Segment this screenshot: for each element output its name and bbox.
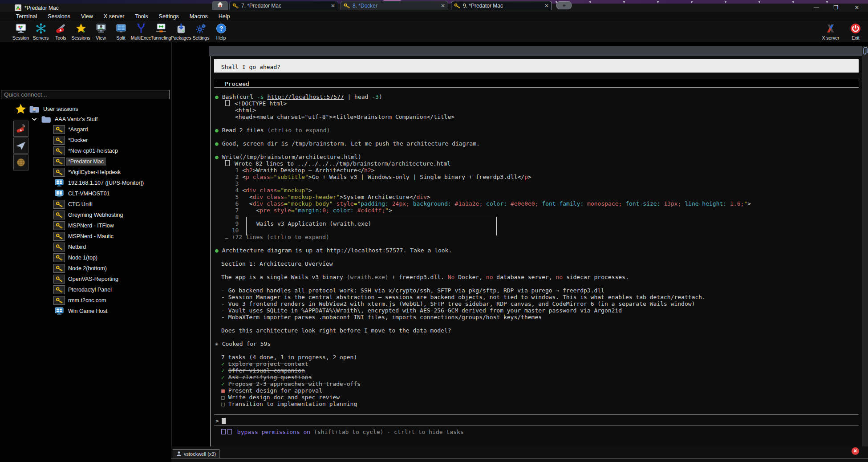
session-item-192-168-1-107-ups-monitor[interactable]: 192.168.1.107 ([UPS-Monitor]) [53, 178, 144, 188]
terminal-left-border [210, 56, 211, 458]
menu-macros[interactable]: Macros [184, 12, 213, 21]
tab-7-predator-mac[interactable]: 7. *Predator Mac✕ [229, 1, 338, 10]
toolbar-label: Help [216, 35, 226, 41]
terminal-line: 7 <pre style="margin:0; color: #c4c4ff;"… [225, 207, 392, 214]
session-item-node-2-bottom[interactable]: Node 2(bottom) [53, 263, 107, 273]
favorites-star-icon[interactable] [14, 103, 27, 115]
session-icon [15, 23, 27, 34]
home-icon [217, 1, 223, 9]
sessions-icon [75, 23, 87, 34]
prompt-divider-bottom [214, 425, 859, 426]
session-item-node-1-top[interactable]: Node 1(top) [53, 253, 97, 263]
terminal-line: 8 [225, 214, 239, 220]
maximize-button[interactable]: ❐ [827, 4, 845, 12]
tab-home[interactable] [212, 1, 228, 10]
minimize-button[interactable]: — [807, 4, 825, 12]
paper-plane-icon[interactable] [13, 138, 28, 154]
toolbar-session-button[interactable]: Session [11, 21, 31, 42]
menu-settings[interactable]: Settings [154, 12, 184, 21]
session-item-mspnerd-itflow[interactable]: MSPNerd - ITFlow [53, 221, 114, 231]
toolbar-x-server-button[interactable]: X server [818, 21, 843, 42]
session-item-pterodactyl-panel[interactable]: Pterodactyl Panel [53, 285, 112, 295]
ssh-key-icon [53, 136, 65, 145]
chevron-down-icon[interactable] [32, 118, 37, 121]
session-item-openvas-reporting[interactable]: OpenVAS-Reporting [53, 274, 118, 284]
settings-icon [195, 23, 207, 34]
toolbar-exit-button[interactable]: Exit [843, 21, 868, 42]
session-item-greyming-webhosting[interactable]: Greyming Webhosting [53, 210, 123, 220]
session-item-mspnerd-mautic[interactable]: MSPNerd - Mautic [53, 231, 114, 241]
session-item-ctg-unifi[interactable]: CTG Unifi [53, 199, 93, 209]
ssh-key-icon [53, 157, 65, 166]
ssh-key-icon [53, 200, 65, 209]
bottom-status-bar [171, 446, 868, 462]
terminal-line: 7 tasks (4 done, 1 in progress, 2 open) [221, 354, 357, 361]
quick-connect-input[interactable] [1, 90, 170, 99]
session-item-asgard[interactable]: *Asgard [53, 125, 88, 134]
tree-folder-aaa-vantz[interactable]: AAA Vantz's Stuff [32, 114, 97, 124]
window-title: *Predator Mac [24, 5, 59, 11]
terminal-line: - Session Manager is the central abstrac… [221, 294, 706, 300]
terminal-line: 6 <div class="mockup-body" style="paddin… [225, 200, 751, 207]
dialog-option-proceed[interactable]: Proceed [214, 79, 859, 88]
dialog-question-bar: Shall I go ahead? [214, 59, 859, 73]
terminal-cursor [222, 418, 226, 424]
tab-close-icon[interactable]: ✕ [541, 3, 549, 9]
menu-view[interactable]: View [76, 12, 98, 21]
session-label: CTG Unifi [68, 201, 93, 207]
ssh-key-icon [232, 3, 239, 8]
toolbar-help-button[interactable]: ?Help [211, 21, 231, 42]
toolbar-tools-button[interactable]: Tools [51, 21, 71, 42]
menu-sessions[interactable]: Sessions [42, 12, 76, 21]
toolbar-label: View [96, 35, 106, 41]
terminal-line: 1 <h2>Wraith Desktop — Architecture</h2> [225, 167, 375, 174]
toolbar-label: Packages [170, 35, 191, 41]
menu-terminal[interactable]: Terminal [11, 12, 42, 21]
terminal-line: - MobaXTerm importer parses .mobaconf IN… [221, 314, 542, 320]
toolbar-packages-button[interactable]: Packages [171, 21, 191, 42]
rdp-monitor-icon [53, 178, 65, 187]
user-session-button[interactable]: vstockwell (x3) [173, 449, 219, 458]
close-button[interactable]: ✕ [848, 4, 866, 12]
terminal-scrollbar[interactable] [862, 46, 868, 458]
session-item-new-cp01-heistacp[interactable]: *New-cp01-heistacp [53, 146, 118, 156]
mobaxterm-window: *Predator Mac — ❐ ✕ TerminalSessionsView… [0, 0, 868, 462]
tab-label: 7. *Predator Mac [241, 3, 281, 9]
session-item-win-game-host[interactable]: Win Game Host [53, 306, 107, 316]
tab-8-docker[interactable]: 8. *Docker✕ [341, 1, 448, 10]
paperclip-icon[interactable] [862, 47, 868, 55]
session-item-predator-mac[interactable]: *Predator Mac [53, 157, 106, 166]
close-terminal-button[interactable]: ✕ [852, 447, 859, 455]
session-item-docker[interactable]: *Docker [53, 135, 88, 145]
tree-root-user-sessions[interactable]: User sessions [29, 104, 78, 114]
toolbar-view-button[interactable]: View [91, 21, 111, 42]
terminal-line: ✳ Cooked for 59s [215, 340, 271, 347]
toolbar-left-group: SessionServersToolsSessionsViewSplitMult… [11, 21, 231, 42]
tools-knife-icon[interactable] [13, 121, 28, 137]
toolbar-sessions-button[interactable]: Sessions [71, 21, 91, 42]
menu-help[interactable]: Help [213, 12, 235, 21]
toolbar-multiexec-button[interactable]: MultiExec [131, 21, 151, 42]
session-item-netbird[interactable]: Netbird [53, 242, 86, 252]
tab-close-icon[interactable]: ✕ [437, 3, 445, 9]
view-icon [95, 23, 107, 34]
menu-bar: TerminalSessionsViewX serverToolsSetting… [0, 12, 868, 21]
terminal-line: ● Write(/tmp/brainstorm/architecture.htm… [215, 154, 361, 160]
toolbar-servers-button[interactable]: Servers [31, 21, 51, 42]
ssh-key-icon [53, 221, 65, 230]
session-item-clt-vmhost01[interactable]: CLT-VMHOST01 [53, 189, 110, 199]
tab-9-predator-mac[interactable]: 9. *Predator Mac✕ [451, 1, 552, 10]
tab-close-icon[interactable]: ✕ [327, 3, 335, 9]
globe-icon[interactable] [13, 154, 28, 170]
toolbar-tunneling-button[interactable]: Tunneling [151, 21, 171, 42]
session-item-rmm-t2cnc-com[interactable]: rmm.t2cnc.com [53, 296, 106, 305]
menu-x-server[interactable]: X server [98, 12, 130, 21]
new-tab-button[interactable]: + [556, 1, 572, 9]
session-item-vigilcyber-helpdesk[interactable]: *VigilCyber-Helpdesk [53, 167, 121, 177]
toolbar-split-button[interactable]: Split [111, 21, 131, 42]
menu-tools[interactable]: Tools [130, 12, 153, 21]
toolbar-settings-button[interactable]: Settings [191, 21, 211, 42]
session-label: Netbird [68, 244, 86, 250]
session-label: Node 2(bottom) [68, 265, 107, 272]
session-label: *VigilCyber-Helpdesk [68, 169, 121, 175]
